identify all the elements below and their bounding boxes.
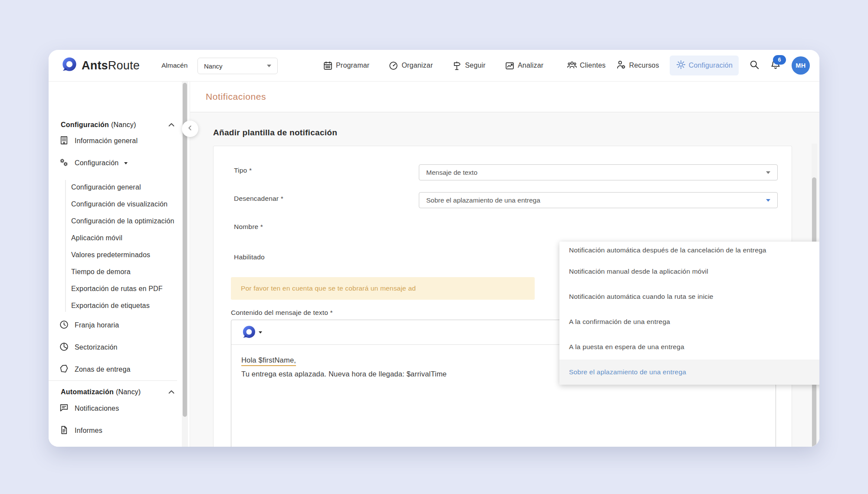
dropdown-option[interactable]: A la confirmación de una entrega: [559, 309, 819, 334]
warehouse-label: Almacén: [161, 50, 187, 81]
sidebar-section-configuracion[interactable]: Configuración (Nancy): [61, 119, 136, 131]
sidebar-item-zonas-entrega[interactable]: Zonas de entrega: [59, 364, 131, 375]
tipo-select-value: Mensaje de texto: [426, 169, 477, 177]
gears-icon: [59, 157, 69, 169]
clock-icon: [59, 320, 69, 331]
nav-seguir[interactable]: Seguir: [452, 61, 485, 71]
building-icon: [59, 135, 69, 147]
sidebar-subitem-exportacion-etiquetas[interactable]: Exportación de etiquetas: [71, 300, 150, 311]
calendar-icon: [323, 61, 333, 71]
antsroute-logo-icon: [61, 56, 77, 75]
tipo-label: Tipo *: [234, 167, 252, 174]
nombre-label: Nombre *: [234, 223, 263, 231]
desencadenar-dropdown-list: Notificación automática después de la ca…: [559, 242, 819, 385]
sidebar-subitem-valores-predeterminados[interactable]: Valores predeterminados: [71, 249, 150, 261]
sidebar-subitem-aplicacion-movil[interactable]: Aplicación móvil: [71, 232, 122, 244]
sidebar-item-configuracion[interactable]: Configuración: [59, 157, 128, 169]
chevron-down-icon: [267, 65, 271, 67]
sidebar-subitem-configuracion-optimizacion[interactable]: Configuración de la optimización: [71, 216, 174, 227]
nav-organizar[interactable]: Organizar: [388, 61, 433, 71]
sidebar: Configuración (Nancy) Información genera…: [49, 81, 190, 447]
sidebar-item-sectorizacion[interactable]: Sectorización: [59, 342, 118, 353]
search-icon: [749, 59, 760, 72]
nav-analizar[interactable]: Analizar: [505, 61, 543, 71]
sidebar-item-franja-horaria[interactable]: Franja horaria: [59, 320, 119, 331]
nav-clientes[interactable]: Clientes: [567, 59, 605, 72]
app-window: AntsRoute Almacén Nancy Programar: [49, 50, 819, 447]
sidebar-item-informacion-general[interactable]: Información general: [59, 135, 138, 147]
people-group-icon: [567, 59, 577, 72]
chevron-left-icon: [186, 124, 194, 134]
brand-logo[interactable]: AntsRoute: [61, 56, 140, 75]
bell-icon: [770, 64, 781, 72]
person-gear-icon: [616, 59, 626, 72]
nav-programar[interactable]: Programar: [323, 61, 369, 71]
notifications-button[interactable]: 6: [770, 59, 781, 72]
brand-name: AntsRoute: [82, 59, 140, 72]
chart-icon: [505, 61, 515, 71]
pie-chart-icon: [59, 342, 69, 353]
gear-icon: [676, 59, 686, 72]
sidebar-subitem-configuracion-general[interactable]: Configuración general: [71, 182, 141, 193]
desencadenar-select-value: Sobre el aplazamiento de una entrega: [426, 196, 540, 204]
document-icon: [59, 425, 69, 437]
dropdown-option[interactable]: A la puesta en espera de una entrega: [559, 334, 819, 360]
tipo-select[interactable]: Mensaje de texto: [419, 164, 778, 180]
top-bar: AntsRoute Almacén Nancy Programar: [49, 50, 819, 82]
main-content: Notificaciones Añadir plantilla de notif…: [190, 81, 819, 447]
dropdown-option[interactable]: Notificación automática después de la ca…: [559, 242, 819, 259]
subnav-indent-line: [65, 180, 66, 312]
caret-down-icon: [259, 331, 262, 334]
warning-text: Por favor ten en cuenta que se te cobrar…: [241, 285, 416, 292]
sidebar-subitem-exportacion-rutas-pdf[interactable]: Exportación de rutas en PDF: [71, 283, 163, 294]
dropdown-option-selected[interactable]: Sobre el aplazamiento de una entrega: [559, 360, 819, 385]
chevron-up-icon[interactable]: [167, 387, 176, 397]
nav-configuracion-active[interactable]: Configuración: [670, 56, 739, 75]
page-header: Notificaciones: [190, 81, 819, 112]
polygon-zone-icon: [59, 364, 69, 376]
antsroute-a-icon: [241, 325, 256, 340]
sidebar-item-notificaciones[interactable]: Notificaciones: [59, 403, 119, 414]
notification-badge: 6: [773, 55, 786, 65]
chevron-down-icon: [766, 171, 770, 174]
top-right-nav: Clientes Recursos: [567, 50, 810, 81]
signpost-icon: [452, 61, 462, 71]
chevron-down-icon: [766, 199, 770, 202]
avatar[interactable]: MH: [792, 56, 810, 75]
sidebar-item-informes[interactable]: Informes: [59, 425, 102, 436]
chat-bubble-icon: [59, 403, 69, 415]
warehouse-select[interactable]: Nancy: [197, 58, 278, 74]
collapse-sidebar-button[interactable]: [182, 121, 198, 137]
contenido-label: Contenido del mensaje de texto *: [231, 309, 333, 317]
page-title: Notificaciones: [206, 81, 266, 112]
warehouse-select-value: Nancy: [204, 62, 223, 70]
sidebar-divider: [49, 380, 177, 381]
habilitado-label: Habilitado: [234, 253, 265, 261]
sidebar-section-automatizacion[interactable]: Automatización (Nancy): [61, 386, 141, 398]
nav-recursos[interactable]: Recursos: [616, 59, 659, 72]
message-line-1: Hola $firstName,: [241, 356, 296, 366]
caret-down-icon: [124, 162, 128, 164]
billing-warning-banner: Por favor ten en cuenta que se te cobrar…: [231, 277, 535, 300]
dropdown-option[interactable]: Notificación manual desde la aplicación …: [559, 259, 819, 284]
variable-insert-button[interactable]: [241, 325, 262, 340]
sidebar-subitem-configuracion-visualizacion[interactable]: Configuración de visualización: [71, 199, 168, 210]
main-nav: Programar Organizar: [323, 50, 543, 81]
sidebar-subitem-tiempo-demora[interactable]: Tiempo de demora: [71, 266, 131, 278]
desencadenar-select[interactable]: Sobre el aplazamiento de una entrega: [419, 192, 778, 208]
chevron-up-icon[interactable]: [167, 120, 176, 130]
search-button[interactable]: [749, 59, 760, 72]
desencadenar-label: Desencadenar *: [234, 195, 283, 203]
gauge-icon: [388, 61, 398, 71]
dropdown-option[interactable]: Notificación automática cuando la ruta s…: [559, 284, 819, 309]
card-title: Añadir plantilla de notificación: [213, 128, 337, 137]
